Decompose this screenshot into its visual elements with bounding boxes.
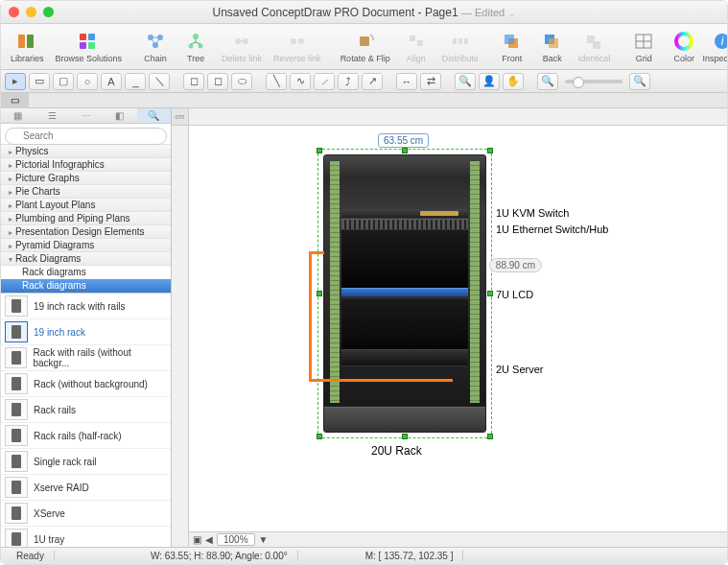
shape-tool-1[interactable]: ◻ bbox=[183, 73, 204, 90]
shape-label: Rack rails (half-rack) bbox=[34, 431, 122, 441]
connector-tool[interactable]: ⎯ bbox=[125, 73, 146, 90]
shape-item[interactable]: 1U tray bbox=[1, 527, 171, 547]
rack-item-label[interactable]: 7U LCD bbox=[496, 289, 533, 300]
shape-item[interactable]: Single rack rail bbox=[1, 449, 171, 475]
category-item-open[interactable]: Rack Diagrams bbox=[1, 252, 171, 266]
category-item[interactable]: Presentation Design Elements bbox=[1, 225, 171, 239]
grid-button[interactable]: Grid bbox=[625, 29, 662, 65]
category-sub-selected[interactable]: Rack diagrams bbox=[1, 279, 171, 293]
page-tab-next[interactable]: ▼ bbox=[259, 534, 269, 545]
delete-link-button[interactable]: Delete link bbox=[218, 29, 266, 65]
svg-rect-39 bbox=[12, 403, 21, 416]
category-sub[interactable]: Rack diagrams bbox=[1, 266, 171, 279]
ruler-horizontal[interactable] bbox=[189, 108, 727, 126]
color-button[interactable]: Color bbox=[666, 29, 702, 65]
handle-tr[interactable] bbox=[487, 148, 493, 153]
search-input[interactable] bbox=[5, 128, 167, 145]
handle-tl[interactable] bbox=[317, 148, 322, 153]
category-item[interactable]: Plant Layout Plans bbox=[1, 199, 171, 212]
shape-item[interactable]: Xserve RAID bbox=[1, 475, 171, 501]
pointer-tool[interactable]: ▸ bbox=[5, 73, 26, 90]
browse-solutions-button[interactable]: Browse Solutions bbox=[52, 29, 127, 65]
shape-label: XServe bbox=[34, 508, 65, 519]
rack-cable[interactable] bbox=[309, 251, 324, 382]
rack-item-label[interactable]: 1U KVM Switch bbox=[496, 207, 569, 219]
shape-item[interactable]: Rack rails bbox=[1, 397, 171, 423]
libraries-button[interactable]: Libraries bbox=[7, 29, 48, 65]
rotate-flip-button[interactable]: Rotate & Flip bbox=[337, 29, 394, 65]
zoom-in-tool[interactable]: 🔍 bbox=[455, 73, 476, 90]
category-item[interactable]: Physics bbox=[1, 145, 171, 158]
rack-item-label[interactable]: 1U Ethernet Switch/Hub bbox=[496, 224, 608, 235]
tree-button[interactable]: Tree bbox=[177, 29, 214, 65]
category-item[interactable]: Picture Graphs bbox=[1, 172, 171, 185]
inspectors-button[interactable]: iInspectors bbox=[704, 29, 728, 65]
shape-item[interactable]: 19 inch rack with rails bbox=[1, 294, 171, 319]
category-item[interactable]: Pictorial Infographics bbox=[1, 158, 171, 172]
line-style-3[interactable]: ⟋ bbox=[314, 73, 335, 90]
open-file-tab[interactable]: ▭ bbox=[1, 93, 29, 108]
view-mode-grid[interactable]: ▦ bbox=[1, 108, 35, 123]
view-mode-tree[interactable]: ◧ bbox=[103, 108, 136, 123]
zoom-in-btn[interactable]: 🔍 bbox=[629, 73, 650, 90]
shape-tool-2[interactable]: ◻ bbox=[207, 73, 228, 90]
title-chevron-icon[interactable]: ⌄ bbox=[508, 9, 516, 18]
rack-unit-lcd[interactable] bbox=[341, 230, 468, 297]
page-tab-icon[interactable]: ▣ bbox=[193, 534, 201, 545]
back-button[interactable]: Back bbox=[534, 29, 571, 65]
category-item[interactable]: Pie Charts bbox=[1, 185, 171, 199]
page-tab-prev[interactable]: ◀ bbox=[205, 534, 213, 545]
handle-bm[interactable] bbox=[402, 434, 408, 439]
view-mode-list[interactable]: ☰ bbox=[35, 108, 68, 123]
arrow-tool-2[interactable]: ⇄ bbox=[420, 73, 441, 90]
hand-tool[interactable]: ✋ bbox=[503, 73, 524, 90]
rect-tool[interactable]: ▭ bbox=[29, 73, 50, 90]
handle-mr[interactable] bbox=[487, 291, 493, 296]
drawing-canvas[interactable]: 63.55 cm 88.90 cm 1U KVM Switch1U Ethern… bbox=[189, 126, 727, 531]
rack-caption[interactable]: 20U Rack bbox=[371, 444, 422, 458]
line-tool[interactable]: ＼ bbox=[149, 73, 170, 90]
line-style-4[interactable]: ⤴ bbox=[338, 73, 359, 90]
rounded-rect-tool[interactable]: ▢ bbox=[53, 73, 74, 90]
reverse-link-button[interactable]: Reverse link bbox=[270, 29, 325, 65]
ellipse-tool[interactable]: ○ bbox=[77, 73, 98, 90]
shape-item[interactable]: Rack (without background) bbox=[1, 371, 171, 397]
width-dimension[interactable]: 63.55 cm bbox=[378, 133, 429, 148]
line-style-2[interactable]: ∿ bbox=[290, 73, 311, 90]
view-mode-search[interactable]: 🔍 bbox=[137, 108, 171, 123]
shape-label: 19 inch rack bbox=[34, 327, 85, 338]
rack-unit-ethernet[interactable] bbox=[341, 219, 468, 230]
handle-br[interactable] bbox=[487, 434, 493, 439]
align-button[interactable]: Align bbox=[398, 29, 434, 65]
line-style-1[interactable]: ╲ bbox=[266, 73, 287, 90]
person-tool[interactable]: 👤 bbox=[479, 73, 500, 90]
line-style-5[interactable]: ↗ bbox=[362, 73, 383, 90]
ruler-vertical[interactable] bbox=[172, 126, 189, 547]
identical-button[interactable]: Identical bbox=[575, 29, 615, 65]
chain-button[interactable]: Chain bbox=[137, 29, 174, 65]
handle-tm[interactable] bbox=[402, 148, 408, 153]
category-item[interactable]: Pyramid Diagrams bbox=[1, 239, 171, 252]
text-tool[interactable]: A bbox=[101, 73, 122, 90]
status-ready: Ready bbox=[7, 551, 55, 561]
shape-tool-3[interactable]: ⬭ bbox=[231, 73, 252, 90]
rack-unit-kvm[interactable] bbox=[341, 209, 468, 219]
front-button[interactable]: Front bbox=[494, 29, 530, 65]
view-mode-detail[interactable]: ⋯ bbox=[69, 108, 103, 123]
shape-item[interactable]: Rack rails (half-rack) bbox=[1, 423, 171, 449]
zoom-out-btn[interactable]: 🔍 bbox=[537, 73, 558, 90]
handle-bl[interactable] bbox=[317, 434, 322, 439]
shape-item[interactable]: XServe bbox=[1, 501, 171, 527]
category-item[interactable]: Plumbing and Piping Plans bbox=[1, 212, 171, 225]
rack-unit-server[interactable] bbox=[341, 299, 468, 366]
shape-thumb bbox=[5, 347, 27, 368]
rack-item-label[interactable]: 2U Server bbox=[496, 364, 544, 375]
shape-item[interactable]: 19 inch rack bbox=[1, 319, 171, 345]
distribute-button[interactable]: Distribute bbox=[438, 29, 482, 65]
arrow-tool-1[interactable]: ↔ bbox=[396, 73, 417, 90]
rack-object[interactable]: 63.55 cm 88.90 cm bbox=[323, 154, 486, 433]
zoom-slider[interactable] bbox=[565, 80, 622, 83]
shape-item[interactable]: Rack with rails (without backgr... bbox=[1, 345, 171, 371]
zoom-value[interactable]: 100% bbox=[217, 533, 255, 546]
svg-rect-18 bbox=[410, 35, 415, 41]
